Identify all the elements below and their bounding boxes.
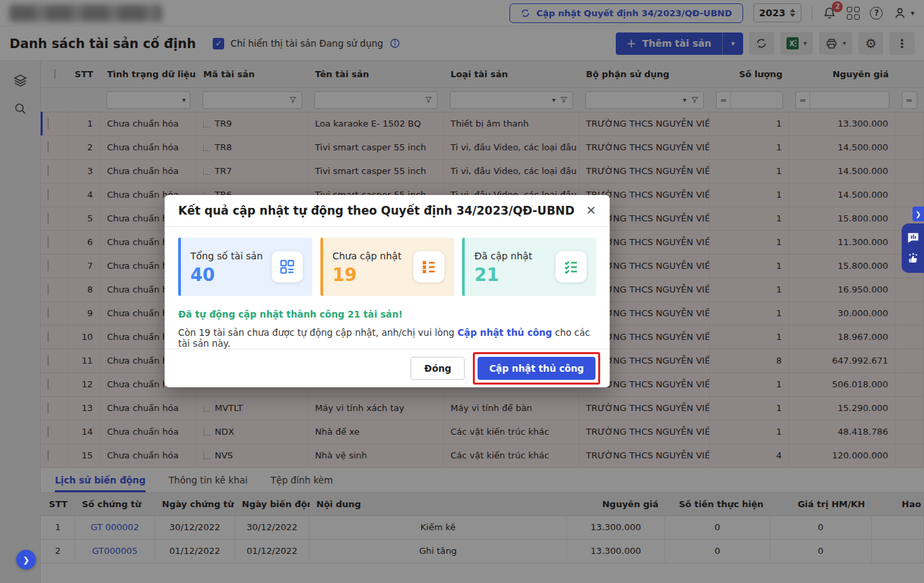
total-assets-card: Tổng số tài sản 40 [178,238,312,296]
update-result-modal: Kết quả cập nhật tự động theo Quyết định… [165,195,610,387]
dashboard-grid-icon [272,251,303,282]
card-value: 19 [333,266,402,284]
chat-feedback-icon[interactable] [906,231,920,244]
info-message: Còn 19 tài sản chưa được tự động cập nhậ… [165,320,610,349]
side-panel-toggle[interactable]: ❯ [912,207,924,221]
expand-sidebar-button[interactable]: ❯ [16,550,36,569]
updated-card: Đã cập nhật 21 [462,238,596,296]
info-prefix: Còn 19 tài sản chưa được tự động cập nhậ… [178,327,457,338]
annotation-highlight-box: Cập nhật thủ công [473,352,600,385]
manual-update-button[interactable]: Cập nhật thủ công [478,357,595,380]
card-value: 21 [474,266,532,284]
card-value: 40 [190,266,263,284]
rate-thumbs-up-icon[interactable] [906,252,920,265]
manual-update-link[interactable]: Cập nhật thủ công [457,327,552,338]
card-label: Chưa cập nhật [333,251,402,261]
card-label: Đã cập nhật [474,251,532,261]
close-button[interactable]: Đóng [411,357,465,380]
chevron-right-icon: ❯ [915,211,921,218]
chevron-right-icon: ❯ [22,555,29,565]
card-label: Tổng số tài sản [190,251,263,261]
feedback-widget[interactable] [902,223,924,273]
check-list-icon [555,251,587,282]
success-message: Đã tự động cập nhật thành công 21 tài sả… [165,303,610,320]
not-updated-card: Chưa cập nhật 19 [320,238,455,296]
x-list-icon [413,251,444,282]
app-window: Cập nhật Quyết định 34/2023/QĐ-UBND 2023… [0,0,924,583]
close-icon[interactable]: ✕ [586,204,596,217]
modal-title: Kết quả cập nhật tự động theo Quyết định… [178,204,574,217]
